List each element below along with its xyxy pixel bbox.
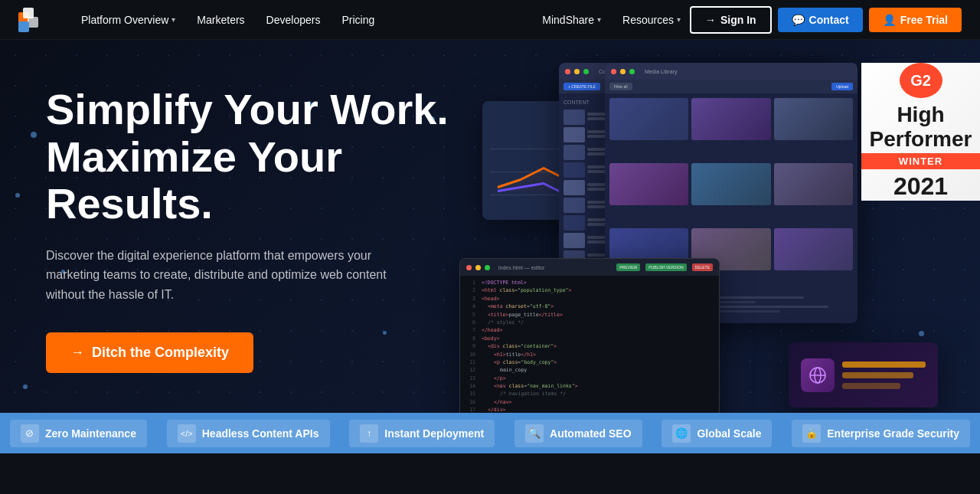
chevron-down-icon: ▾ <box>597 15 601 24</box>
mini-content <box>842 362 926 389</box>
feature-zero-maintenance[interactable]: ⊘ Zero Maintenance <box>10 420 147 447</box>
nav-actions: → Sign In 💬 Contact 👤 Free Trial <box>690 6 962 34</box>
g2-logo: G2 <box>900 63 942 98</box>
chat-icon: 💬 <box>792 14 805 26</box>
panel-toolbar-right: Filter all Upload <box>605 80 858 93</box>
nav-pricing[interactable]: Pricing <box>332 8 384 32</box>
hero-title: Simplify Your Work. Maximize Your Result… <box>46 86 459 227</box>
svg-rect-1 <box>23 8 34 18</box>
user-icon: 👤 <box>883 14 896 26</box>
chevron-down-icon: ▾ <box>677 15 681 24</box>
svg-rect-3 <box>18 21 29 32</box>
seo-icon: 🔍 <box>525 424 544 443</box>
arrow-icon: → <box>70 345 84 361</box>
mini-panel <box>789 342 938 407</box>
filter-all: Filter all <box>609 83 632 90</box>
code-icon: </> <box>178 424 196 443</box>
feature-headless-apis[interactable]: </> Headless Content APIs <box>167 420 330 447</box>
signin-icon: → <box>705 14 716 26</box>
globe-scale-icon: 🌐 <box>672 424 691 443</box>
nav-developers[interactable]: Developers <box>257 8 330 32</box>
sign-in-button[interactable]: → Sign In <box>690 6 772 34</box>
logo[interactable] <box>18 6 57 34</box>
zero-maintenance-icon: ⊘ <box>21 424 39 443</box>
features-bar: ⊘ Zero Maintenance </> Headless Content … <box>0 413 980 453</box>
g2-badge: G2 High Performer WINTER 2021 <box>861 63 980 201</box>
upload-btn: Upload <box>831 83 853 90</box>
publish-btn: PUBLISH VERSION <box>645 263 686 271</box>
feature-automated-seo[interactable]: 🔍 Automated SEO <box>514 420 642 447</box>
nav-marketers[interactable]: Marketers <box>188 8 253 32</box>
feature-global-scale[interactable]: 🌐 Global Scale <box>662 420 772 447</box>
chevron-down-icon: ▾ <box>172 15 175 24</box>
cta-button[interactable]: → Ditch the Complexity <box>46 332 253 373</box>
nav-mindshare[interactable]: MindShare ▾ <box>533 8 610 32</box>
g2-season-text: WINTER <box>861 153 980 169</box>
preview-btn: PREVIEW <box>616 263 640 271</box>
delete-btn: DELETE <box>692 263 713 271</box>
nav-links: Platform Overview ▾ Marketers Developers… <box>72 8 690 32</box>
hero-subtitle: Discover the digital experience platform… <box>46 246 398 305</box>
g2-year-text: 2021 <box>893 172 948 201</box>
code-chrome: index.html — editor PREVIEW PUBLISH VERS… <box>460 259 719 276</box>
g2-performer-text: Performer <box>870 129 972 150</box>
contact-button[interactable]: 💬 Contact <box>778 8 863 32</box>
nav-resources[interactable]: Resources ▾ <box>613 8 690 32</box>
svg-rect-2 <box>28 17 38 28</box>
hero-content: Simplify Your Work. Maximize Your Result… <box>46 86 459 373</box>
globe-icon <box>801 358 835 392</box>
lock-icon: 🔒 <box>802 424 821 443</box>
hero-section: Simplify Your Work. Maximize Your Result… <box>0 40 980 453</box>
feature-enterprise-security[interactable]: 🔒 Enterprise Grade Security <box>792 420 970 447</box>
feature-instant-deployment[interactable]: ↑ Instant Deployment <box>349 420 495 447</box>
hero-visuals: Content Manager + CREATE FILE Filter All… <box>459 63 980 438</box>
create-file-btn: + CREATE FILE <box>564 83 600 90</box>
panel-chrome-right: Media Library <box>605 63 858 80</box>
deploy-icon: ↑ <box>360 424 378 443</box>
g2-high-text: High <box>897 104 944 126</box>
free-trial-button[interactable]: 👤 Free Trial <box>869 8 962 32</box>
navigation: Platform Overview ▾ Marketers Developers… <box>0 0 980 40</box>
nav-platform-overview[interactable]: Platform Overview ▾ <box>72 8 185 32</box>
